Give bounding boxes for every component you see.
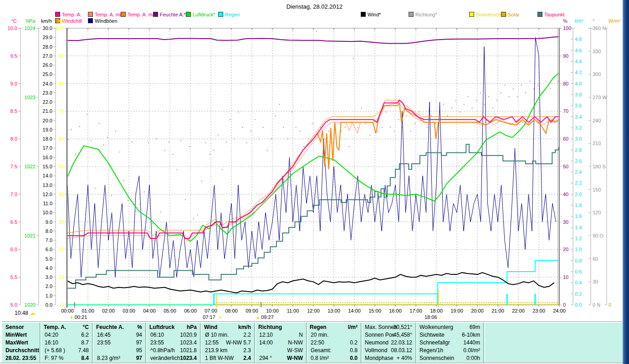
series-richtung-point (201, 181, 202, 182)
x-axis-label: 11:00 (287, 308, 299, 313)
series-richtung-point (181, 140, 182, 141)
series-richtung-point (242, 127, 243, 128)
series-richtung-point (87, 114, 87, 115)
axis-tick-label: 5.5 (10, 274, 17, 280)
series-richtung-point (205, 142, 206, 143)
axis-tick-label: 0.0 (46, 302, 52, 308)
axis-tick-label: 1021 (25, 233, 36, 238)
table-value (307, 332, 358, 339)
axis-tick-label: 40 (563, 192, 568, 197)
table-value: W-SW (256, 347, 303, 354)
axis-tick-label: 19.0 (43, 127, 52, 132)
series-richtung-point (107, 137, 108, 138)
series-richtung-point (361, 108, 362, 109)
table-value: 22.03.12 (362, 339, 412, 346)
table-value: 8.4 (41, 355, 89, 362)
axis-tick-label: 0.6 (575, 269, 582, 274)
axis-tick-label: 3.0 (575, 136, 582, 142)
sensor-summary-table: SensorMinWertMaxWertDurchschnitt28.02. 2… (0, 321, 629, 364)
series-richtung-point (451, 108, 452, 109)
series-richtung-point (521, 85, 522, 86)
series-richtung-point (197, 214, 198, 215)
table-section-unit: km/h (201, 324, 251, 331)
axis-tick-label: 10 (563, 274, 568, 280)
series-richtung-point (185, 199, 186, 200)
series-richtung-point (234, 138, 235, 139)
series-richtung-point (193, 218, 194, 219)
axis-tick-label: 180 S (593, 164, 606, 169)
x-axis-label: 17:00 (409, 308, 422, 313)
series-richtung-point (68, 139, 69, 140)
moonset-icon: ▼ (70, 315, 74, 320)
series-richtung-point (177, 169, 178, 170)
axis-tick-label: 30 (59, 219, 64, 225)
series-richtung-point (279, 104, 280, 105)
series-richtung-point (218, 135, 219, 136)
table-value: N-NW (256, 339, 303, 346)
series-richtung-point (169, 142, 169, 142)
series-richtung-point (226, 142, 227, 142)
series-richtung-point (435, 123, 436, 124)
axis-tick-label: 0.4 (575, 280, 582, 285)
series-richtung-point (328, 131, 329, 131)
series-richtung-point (537, 85, 538, 86)
series-richtung-point (533, 88, 534, 89)
x-axis-label: 24:00 (553, 308, 566, 313)
series-richtung-point (517, 96, 518, 97)
x-axis-label: 09:00 (245, 308, 258, 313)
table-value: 0.0l/m² (417, 347, 480, 354)
daylight-icon: ☁ (30, 309, 36, 316)
axis-tick-label: 2.0 (46, 283, 52, 289)
series-richtung-point (300, 131, 301, 131)
table-value: 95 (93, 347, 142, 354)
table-value: 08.03.12 (362, 347, 412, 354)
axis-name-km/h: km/h (41, 18, 52, 24)
table-separator (483, 323, 485, 363)
series-richtung-point (509, 96, 510, 97)
series-richtung-point (324, 138, 325, 139)
table-value: 0:00h (417, 355, 480, 362)
axis-tick-label: 70 (59, 108, 64, 114)
series-richtung-point (316, 31, 317, 32)
x-axis-label: 08:00 (225, 308, 238, 313)
plot-left-spine (66, 28, 68, 308)
window-right-border[interactable] (623, 0, 629, 364)
series-windboeen (67, 37, 556, 277)
axis-tick-label: 10.0 (8, 25, 17, 31)
axis-tick-label: 120 (593, 210, 601, 215)
series-richtung-point (75, 154, 76, 155)
axis-tick-label: 28.0 (43, 44, 52, 50)
axis-tick-label: 5.0 (10, 302, 17, 308)
table-value: 7.48 (41, 347, 89, 354)
axis-tick-label: 4.6 (575, 48, 582, 53)
axis-tick-label: 22.0 (43, 99, 52, 105)
series-richtung-point (546, 81, 547, 82)
table-value: W-NW (256, 355, 303, 362)
table-value: 0.2 (307, 339, 358, 346)
series-richtung-point (271, 138, 272, 139)
x-axis-label: 15:00 (368, 308, 381, 313)
series-richtung-point (214, 150, 215, 151)
axis-tick-label: 80 (563, 81, 568, 86)
x-axis-label: 19:00 (450, 308, 463, 313)
series-richtung-point (378, 131, 378, 131)
table-border (2, 321, 623, 322)
axis-tick-label: 12.0 (43, 192, 52, 197)
axis-name-l/m²: l/m² (575, 18, 583, 24)
table-value: 97 (93, 339, 142, 346)
series-richtung-point (255, 119, 256, 120)
axis-tick-label: 60 (563, 136, 568, 142)
axis-tick-label: 24.0 (43, 81, 52, 86)
axis-tick-label: 60 (593, 256, 598, 262)
series-richtung-point (390, 127, 391, 128)
series-richtung-point (345, 127, 346, 128)
axis-tick-label: 100 (563, 25, 571, 31)
series-richtung-point (349, 146, 350, 147)
axis-tick-label: 14.0 (43, 173, 52, 178)
axis-tick-label: 0 (563, 302, 566, 308)
axis-tick-label: 4.0 (575, 81, 582, 86)
table-value: 1020.9 (147, 332, 197, 339)
series-richtung-point (79, 126, 80, 127)
x-axis-label: 05:00 (164, 308, 176, 313)
axis-tick-label: 26.0 (43, 62, 52, 68)
